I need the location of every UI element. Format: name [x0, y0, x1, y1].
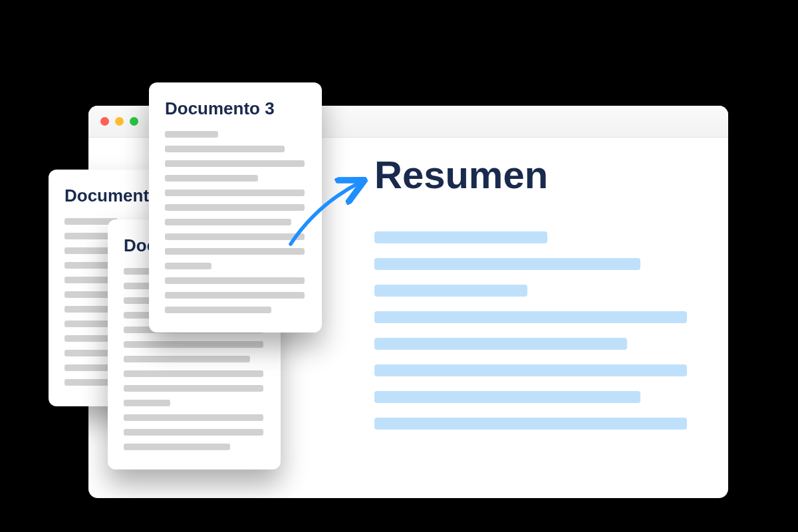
- traffic-light-zoom-icon: [130, 117, 138, 126]
- document-line: [165, 263, 211, 269]
- document-line: [165, 190, 305, 196]
- document-line: [165, 204, 305, 211]
- document-line: [165, 292, 305, 299]
- document-line: [124, 370, 263, 377]
- summary-lines: [374, 231, 688, 430]
- document-line: [165, 248, 305, 255]
- summary-line: [374, 418, 687, 430]
- document-line: [165, 307, 271, 313]
- document-line: [124, 400, 170, 406]
- summary-line: [374, 338, 627, 350]
- summary-content: Resumen: [374, 152, 688, 444]
- summary-title: Resumen: [374, 152, 688, 197]
- summary-line: [374, 231, 547, 243]
- document-line: [165, 175, 258, 182]
- document-line: [165, 219, 291, 225]
- document-line: [165, 233, 305, 240]
- document-title: Documento 3: [165, 98, 306, 119]
- summary-line: [374, 311, 687, 323]
- summary-line: [374, 285, 527, 297]
- document-line: [124, 414, 263, 421]
- document-line: [124, 341, 263, 348]
- document-line: [165, 160, 305, 167]
- document-line: [165, 131, 218, 138]
- document-line: [124, 356, 250, 362]
- document-lines: [165, 131, 306, 313]
- document-line: [65, 350, 111, 356]
- summary-line: [374, 364, 687, 376]
- traffic-light-close-icon: [100, 117, 109, 126]
- summary-line: [374, 258, 640, 270]
- traffic-light-minimize-icon: [115, 117, 124, 126]
- document-line: [165, 146, 285, 152]
- document-line: [124, 444, 230, 450]
- document-card-3: Documento 3: [149, 82, 322, 332]
- document-line: [124, 429, 263, 436]
- document-line: [124, 385, 263, 392]
- summary-line: [374, 391, 640, 403]
- document-line: [165, 277, 305, 284]
